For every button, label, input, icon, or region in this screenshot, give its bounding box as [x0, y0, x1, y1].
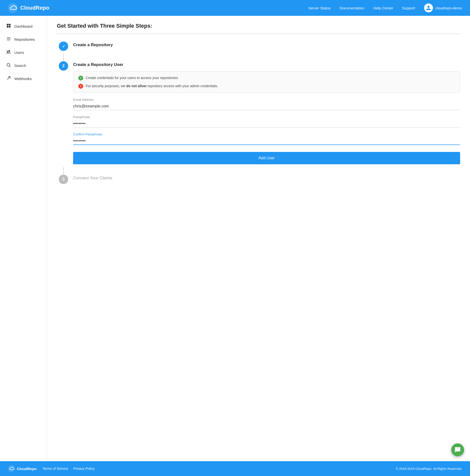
svg-rect-1 [7, 24, 9, 26]
connector-line-1 [63, 54, 64, 61]
sidebar-item-dashboard-label: Dashboard [14, 24, 32, 28]
footer-logo[interactable]: CloudRepo [8, 465, 37, 472]
email-form-group: Email Address [73, 98, 460, 110]
info-row-2: i For security purposes, we do not allow… [78, 83, 455, 89]
connector-2 [59, 167, 460, 174]
step-3-content: Connect Your Clients [73, 174, 460, 181]
steps-container: ✓ Create a Repository 2 Create a Reposit… [57, 41, 460, 184]
svg-rect-7 [7, 40, 11, 40]
dashboard-icon [6, 23, 11, 29]
connector-line-wrap-1 [59, 54, 68, 61]
passphrase-label: Passphrase [73, 115, 460, 119]
chat-icon [454, 447, 461, 453]
passphrase-form-group: Passphrase [73, 115, 460, 127]
sidebar-item-repositories[interactable]: Repositories [0, 33, 47, 46]
svg-rect-5 [7, 37, 11, 38]
sidebar-item-dashboard[interactable]: Dashboard [0, 20, 47, 33]
user-name: cloudrepo-demo [435, 6, 462, 10]
passphrase-input[interactable] [73, 120, 460, 127]
svg-line-10 [10, 66, 11, 67]
step-1: ✓ Create a Repository [59, 41, 460, 51]
webhooks-icon [6, 76, 11, 82]
app-layout: Dashboard Repositories + Users Search We… [0, 16, 470, 461]
info-row-1: i Create credentials for your users to a… [78, 75, 455, 81]
step-3-indicator: 3 [59, 175, 68, 184]
nav-server-status[interactable]: Server Status [308, 6, 331, 10]
sidebar-item-webhooks[interactable]: Webhooks [0, 72, 47, 85]
info-text-2-after: repository access with your admin creden… [146, 84, 218, 88]
step-2-indicator: 2 [59, 61, 68, 71]
footer-logo-text: CloudRepo [17, 467, 37, 471]
info-text-2-bold: do not allow [126, 84, 146, 88]
sidebar-item-webhooks-label: Webhooks [14, 77, 32, 81]
nav-support[interactable]: Support [402, 6, 415, 10]
sidebar-item-users[interactable]: + Users [0, 46, 47, 59]
privacy-policy-link[interactable]: Privacy Policy [73, 467, 95, 471]
terms-of-service-link[interactable]: Terms of Service [42, 467, 68, 471]
info-box: i Create credentials for your users to a… [73, 71, 460, 93]
footer: CloudRepo Terms of Service Privacy Polic… [0, 461, 470, 476]
user-menu[interactable]: cloudrepo-demo [424, 3, 462, 12]
footer-copyright: © 2016-2019 CloudRepo. All Rights Reserv… [396, 467, 462, 471]
main-content: Get Started with Three Simple Steps: ✓ C… [47, 16, 470, 461]
header-logo[interactable]: CloudRepo [8, 3, 49, 13]
info-text-1: Create credentials for your users to acc… [86, 75, 178, 81]
confirm-passphrase-form-group: Confirm Passphrase [73, 132, 460, 145]
confirm-passphrase-label: Confirm Passphrase [73, 132, 460, 136]
users-icon: + [6, 49, 11, 56]
svg-text:+: + [6, 49, 7, 52]
step-2: 2 Create a Repository User i Create cred… [59, 61, 460, 164]
svg-rect-2 [9, 24, 11, 26]
logo-text: CloudRepo [20, 5, 49, 11]
step-2-content: Create a Repository User i Create creden… [73, 61, 460, 164]
info-text-2: For security purposes, we do not allow r… [86, 83, 218, 89]
add-user-button[interactable]: Add User [73, 152, 460, 164]
email-input[interactable] [73, 103, 460, 110]
step-1-content: Create a Repository [73, 41, 460, 47]
step-1-title: Create a Repository [73, 41, 460, 47]
nav-help-center[interactable]: Help Center [373, 6, 393, 10]
cloudrepo-logo-icon [8, 3, 18, 13]
connector-line-2 [63, 167, 64, 174]
sidebar-item-search-label: Search [14, 63, 26, 68]
step-3: 3 Connect Your Clients [59, 174, 460, 184]
repositories-icon [6, 36, 11, 42]
user-avatar-icon [424, 3, 433, 12]
svg-line-11 [7, 77, 10, 80]
sidebar-item-repositories-label: Repositories [14, 37, 35, 41]
svg-rect-4 [9, 26, 11, 28]
chat-button[interactable] [451, 443, 464, 456]
page-title: Get Started with Three Simple Steps: [57, 23, 460, 34]
svg-rect-6 [7, 39, 11, 39]
sidebar: Dashboard Repositories + Users Search We… [0, 16, 47, 461]
step-1-indicator: ✓ [59, 41, 68, 51]
search-icon [6, 62, 11, 69]
step-3-title: Connect Your Clients [73, 174, 460, 181]
step-2-title: Create a Repository User [73, 61, 460, 67]
svg-rect-3 [7, 26, 9, 28]
nav-documentation[interactable]: Documentation [340, 6, 365, 10]
footer-logo-icon [8, 465, 15, 472]
info-dot-red: i [78, 84, 83, 89]
confirm-passphrase-input[interactable] [73, 137, 460, 145]
main-nav: Server Status Documentation Help Center … [308, 6, 415, 10]
connector-1 [59, 54, 460, 61]
email-label: Email Address [73, 98, 460, 102]
connector-line-wrap-2 [59, 167, 68, 174]
sidebar-item-users-label: Users [14, 50, 24, 55]
info-dot-green: i [78, 76, 83, 81]
sidebar-item-search[interactable]: Search [0, 59, 47, 72]
info-text-2-before: For security purposes, we [86, 84, 126, 88]
header: CloudRepo Server Status Documentation He… [0, 0, 470, 16]
content-area: Get Started with Three Simple Steps: ✓ C… [47, 16, 470, 461]
footer-links: Terms of Service Privacy Policy [42, 467, 95, 471]
